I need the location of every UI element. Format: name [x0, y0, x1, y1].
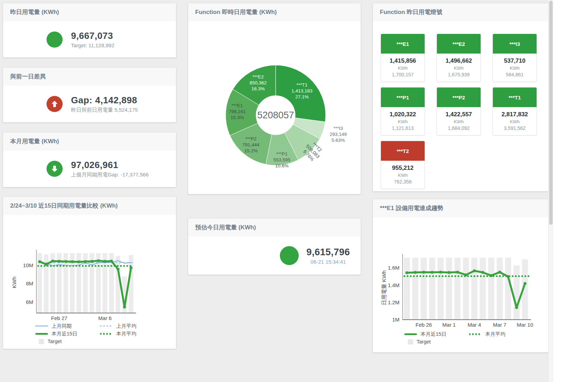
- y-tick-label: 1.6M: [388, 265, 399, 271]
- yesterday-value: 9,667,073: [71, 30, 114, 41]
- card-forecast-today: 預估今日用電量 (KWh) 9,615,796 06-21 15:34:41: [188, 218, 361, 275]
- legend-item[interactable]: 本月近15日: [35, 330, 100, 338]
- data-point: [58, 260, 61, 263]
- y-tick-label: 1M: [392, 317, 399, 322]
- light-tile-body: 955,212KWh762,358: [381, 161, 425, 189]
- y-tick-label: 10M: [23, 262, 33, 268]
- arrow-down-icon: [47, 161, 63, 177]
- y-tick-label: 1.2M: [388, 299, 399, 305]
- light-tile-label: ***E2: [437, 34, 481, 54]
- legend-item[interactable]: 上月同期: [35, 322, 100, 330]
- light-tile-body: 537,710KWh584,861: [493, 54, 537, 82]
- panel-title-compare: 2/24~3/10 近15日同期用電量比較 (KWh): [3, 197, 176, 215]
- data-point: [498, 271, 501, 273]
- data-point: [110, 259, 113, 262]
- legend-label: 上月同期: [51, 323, 72, 329]
- legend-label: 上月平均: [116, 323, 136, 329]
- data-point: [104, 260, 106, 263]
- light-tile-unit: KWh: [494, 65, 535, 71]
- yesterday-target: Target: 11,128,992: [71, 42, 114, 48]
- target-bar: [412, 258, 418, 320]
- light-tile-2: ***E21,496,662KWh1,675,939: [437, 34, 481, 82]
- light-tile-value: 1,020,322: [382, 111, 423, 118]
- data-point: [422, 271, 425, 273]
- x-tick-label: Mar 4: [468, 322, 481, 328]
- data-point: [116, 268, 119, 270]
- card-month-usage: 本月用電量 (KWh) 97,026,961 上個月同期用電Gap: -17,3…: [3, 132, 176, 187]
- light-tile-label: ***T1: [493, 88, 537, 107]
- legend-label: Target: [417, 339, 431, 345]
- forecast-timestamp: 06-21 15:34:41: [306, 259, 350, 265]
- legend-swatch-icon: [408, 339, 413, 345]
- light-tile-value: 1,496,662: [438, 57, 479, 64]
- light-tile-3: ***I3537,710KWh584,861: [493, 34, 537, 82]
- legend-item[interactable]: Target: [35, 338, 100, 345]
- y-tick-label: 6M: [26, 299, 33, 305]
- light-tile-unit: KWh: [438, 119, 479, 124]
- light-tile-label: ***P1: [381, 88, 425, 107]
- legend-item[interactable]: 本月平均: [100, 330, 165, 338]
- light-tile-body: 1,020,322KWh1,121,613: [381, 107, 425, 135]
- panel-title-gap: 與前一日差異: [3, 68, 176, 86]
- y-tick-label: 8M: [26, 280, 33, 286]
- legend-item[interactable]: 本月平均: [469, 330, 534, 338]
- x-tick-label: Feb 27: [51, 315, 68, 321]
- dashboard-background: 昨日用電量 (KWh) 9,667,073 Target: 11,128,992…: [0, 0, 553, 382]
- y-axis-label: KWh: [11, 277, 17, 289]
- data-point: [71, 260, 73, 263]
- data-point: [515, 306, 518, 309]
- compare-chart-svg: 6M8M10MFeb 27Mar 6KWh: [3, 215, 175, 322]
- target-bar: [129, 255, 133, 313]
- target-bar: [497, 258, 503, 320]
- light-tile-unit: KWh: [382, 119, 423, 124]
- legend-swatch-icon: [404, 333, 417, 335]
- light-tile-label: ***E1: [381, 34, 425, 54]
- legend-item[interactable]: 上月平均: [100, 322, 165, 330]
- light-tile-value: 537,710: [494, 57, 535, 64]
- x-tick-label: Feb 26: [416, 322, 432, 328]
- donut-label-***I3: ***I3293,1495.63%: [330, 126, 347, 143]
- legend-label: 本月平均: [116, 331, 136, 337]
- target-bar: [471, 258, 477, 320]
- panel-title-donut: Function 即時日用電量 (KWh): [188, 3, 361, 22]
- light-tile-body: 1,496,662KWh1,675,939: [437, 54, 481, 82]
- data-point: [405, 271, 408, 274]
- scrollbar[interactable]: [548, 0, 553, 382]
- light-tile-4: ***P11,020,322KWh1,121,613: [381, 87, 425, 136]
- target-bar: [421, 258, 427, 320]
- light-tile-body: 1,422,557KWh1,684,092: [437, 107, 481, 135]
- card-lights-panel: Function 昨日用電燈號 ***E11,415,856KWh1,700,1…: [373, 3, 552, 192]
- panel-title-yesterday: 昨日用電量 (KWh): [3, 3, 176, 22]
- data-point: [490, 274, 493, 277]
- light-tile-target: 1,675,939: [438, 72, 479, 77]
- scrollbar-thumb[interactable]: [549, 1, 553, 225]
- data-point: [45, 263, 48, 266]
- y-tick-label: 1.4M: [388, 282, 399, 288]
- x-tick-label: Mar 10: [517, 322, 533, 328]
- e1-trend-legend: 本月近15日本月平均Target: [404, 330, 541, 346]
- card-compare-chart: 2/24~3/10 近15日同期用電量比較 (KWh) 6M8M10MFeb 2…: [3, 196, 176, 349]
- compare-chart-legend: 上月同期上月平均本月近15日本月平均Target: [35, 322, 172, 345]
- data-point: [84, 260, 87, 263]
- data-point: [524, 282, 526, 285]
- light-tile-5: ***P21,422,557KWh1,684,092: [437, 87, 481, 136]
- forecast-value: 9,615,796: [306, 247, 350, 258]
- target-bar: [446, 258, 452, 320]
- legend-item[interactable]: 本月近15日: [404, 330, 469, 338]
- legend-swatch-icon: [100, 333, 113, 335]
- light-tile-target: 1,684,092: [438, 125, 479, 131]
- legend-item[interactable]: Target: [404, 338, 469, 346]
- card-e1-trend-chart: ***E1 設備用電達成趨勢 1M1.2M1.4M1.6MFeb 26Mar 1…: [373, 199, 552, 353]
- data-point: [38, 260, 41, 263]
- light-tile-label: ***I3: [493, 34, 537, 54]
- data-point: [77, 261, 80, 263]
- light-tile-unit: KWh: [382, 173, 423, 178]
- light-tile-label: ***P2: [437, 88, 481, 107]
- light-tile-7: ***T2955,212KWh762,358: [381, 141, 425, 189]
- legend-swatch-icon: [39, 339, 44, 344]
- x-tick-label: Mar 6: [98, 315, 112, 321]
- donut-center-total: 5208057: [257, 110, 294, 120]
- data-point: [51, 259, 54, 262]
- panel-title-month: 本月用電量 (KWh): [3, 132, 176, 151]
- data-point: [64, 260, 67, 263]
